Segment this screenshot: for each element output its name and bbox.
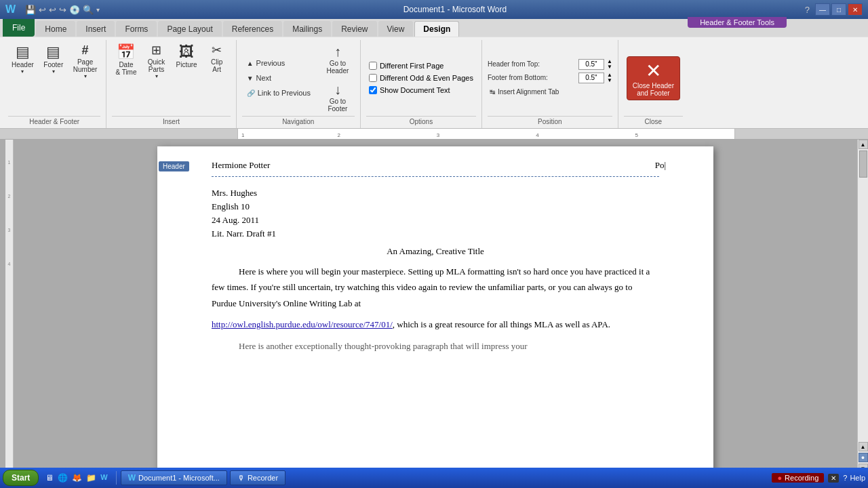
show-document-text-option[interactable]: Show Document Text [366,85,476,95]
next-button[interactable]: ▼ Next [242,72,315,84]
date-time-icon: 📅 [117,43,135,61]
ribbon-group-header-footer: ▤ Header ▾ ▤ Footer ▾ # PageNumber ▾ Hea… [3,40,106,128]
close-recording-btn[interactable]: ✕ [828,474,839,483]
tab-home[interactable]: Home [36,21,75,37]
previous-button[interactable]: ▲ Previous [242,57,315,69]
different-first-page-option[interactable]: Different First Page [366,61,476,70]
firefox-btn[interactable]: 🦊 [71,473,83,483]
taskbar-quick-launch: 🖥 🌐 🦊 📁 W [44,473,108,483]
group-options-label: Options [366,116,476,127]
doc-title[interactable]: An Amazing, Creative Title [212,246,659,257]
start-button[interactable]: Start [3,470,39,486]
assignment-line[interactable]: Lit. Narr. Draft #1 [212,228,659,239]
footer-from-bottom-input[interactable] [578,73,604,83]
clip-art-button[interactable]: ✂ ClipArt [203,41,231,75]
tab-design[interactable]: Design [414,21,459,37]
vertical-ruler: 1 2 3 4 [5,140,14,484]
tab-page-layout[interactable]: Page Layout [158,21,221,37]
different-odd-even-option[interactable]: Different Odd & Even Pages [366,73,476,83]
help-btn[interactable]: ? [805,5,810,15]
document-scroll-area[interactable]: Header Po| Hermione Potter Mrs. Hughes E… [14,140,857,484]
picture-button[interactable]: 🖼 Picture [173,41,201,70]
body-paragraph-2[interactable]: http://owl.english.purdue.edu/owl/resour… [212,317,659,332]
scroll-page-up-btn[interactable]: ▲ [859,442,868,451]
tab-mailings[interactable]: Mailings [283,21,331,37]
go-to-footer-button[interactable]: ↓ Go toFooter [321,79,355,115]
header-author[interactable]: Hermione Potter [212,160,659,171]
body-link[interactable]: http://owl.english.purdue.edu/owl/resour… [212,319,393,329]
taskbar-word-icon: W [128,473,136,483]
show-desktop-btn[interactable]: 🖥 [44,473,55,483]
vertical-scrollbar[interactable]: ▲ ▲ ● ▼ ▼ [857,140,868,484]
taskbar-recorder-item[interactable]: 🎙 Recorder [230,470,285,485]
body-paragraph-1[interactable]: Here is where you will begin your master… [212,264,659,311]
ribbon-content: ▤ Header ▾ ▤ Footer ▾ # PageNumber ▾ Hea… [0,37,868,129]
word-btn[interactable]: W [99,473,108,483]
search-qat-btn[interactable]: 🔍 [83,5,94,15]
disk-qat-btn[interactable]: 💿 [69,5,80,15]
header-label-tag: Header [159,161,189,171]
minimize-button[interactable]: — [815,3,830,16]
next-label: Next [256,74,272,82]
body-paragraph-3[interactable]: Here is another exceptionally thought-pr… [212,338,659,354]
page-number-button[interactable]: # PageNumber ▾ [70,41,101,81]
show-document-text-checkbox[interactable] [369,86,377,94]
class-line[interactable]: English 10 [212,201,659,212]
tab-review[interactable]: Review [332,21,376,37]
undo2-qat-btn[interactable]: ↩ [49,5,56,15]
teacher-line[interactable]: Mrs. Hughes [212,188,659,199]
explorer-btn[interactable]: 📁 [85,473,98,483]
redo-qat-btn[interactable]: ↪ [59,5,66,15]
close-header-footer-button[interactable]: ✕ Close Headerand Footer [627,56,680,100]
tab-file[interactable]: File [3,19,35,37]
time-display: Help [850,474,865,482]
different-odd-even-checkbox[interactable] [369,74,377,82]
taskbar-word-item[interactable]: W Document1 - Microsoft... [121,470,227,485]
recording-indicator[interactable]: ● Recording [772,473,824,483]
ribbon-group-insert: 📅 Date& Time ⊞ QuickParts ▾ 🖼 Picture ✂ … [106,40,236,128]
tab-forms[interactable]: Forms [116,21,157,37]
align-tab-icon: ↹ [490,88,495,96]
header-top-down-btn[interactable]: ▼ [607,64,612,70]
ribbon-group-options: Different First Page Different Odd & Eve… [361,40,482,128]
different-first-page-label: Different First Page [380,62,444,70]
close-window-button[interactable]: ✕ [848,3,863,16]
tab-references[interactable]: References [223,21,282,37]
date-line[interactable]: 24 Aug. 2011 [212,215,659,226]
footer-bottom-down-btn[interactable]: ▼ [607,78,612,83]
dropdown-qat-btn[interactable]: ▾ [96,6,100,14]
align-tab-label: Insert Alignment Tab [498,88,559,96]
maximize-button[interactable]: □ [831,3,846,16]
save-qat-btn[interactable]: 💾 [25,5,36,15]
group-position-label: Position [488,116,612,127]
clip-art-label: ClipArt [211,58,222,73]
previous-label: Previous [256,59,285,67]
group-nav-label: Navigation [242,116,355,127]
undo-qat-btn[interactable]: ↩ [39,5,46,15]
group-hf-label: Header & Footer [8,116,100,127]
previous-icon: ▲ [247,60,254,67]
footer-button[interactable]: ▤ Footer ▾ [40,41,67,77]
go-to-header-button[interactable]: ↑ Go toHeader [321,41,355,77]
header-button[interactable]: ▤ Header ▾ [8,41,37,77]
date-time-button[interactable]: 📅 Date& Time [112,41,140,78]
quick-parts-button[interactable]: ⊞ QuickParts ▾ [143,41,170,81]
scroll-select-browse-btn[interactable]: ● [859,453,868,462]
document-body[interactable]: Mrs. Hughes English 10 24 Aug. 2011 Lit.… [212,188,659,354]
header-divider: Hermione Potter [212,160,659,177]
ie-btn[interactable]: 🌐 [56,473,69,483]
tab-view[interactable]: View [378,21,414,37]
recording-label: Recording [785,474,818,482]
page-number-in-header[interactable]: Po| [655,160,666,171]
scroll-up-arrow[interactable]: ▲ [859,140,868,149]
go-header-label: Go toHeader [327,60,349,75]
ruler: 1 2 3 4 5 [0,129,868,140]
footer-from-bottom-label: Footer from Bottom: [488,74,576,81]
taskbar-right: ● Recording ✕ ? Help [772,473,865,483]
link-to-previous-button[interactable]: 🔗 Link to Previous [242,87,315,99]
header-from-top-input[interactable] [578,59,604,70]
insert-alignment-tab-button[interactable]: ↹ Insert Alignment Tab [488,86,612,98]
scroll-thumb[interactable] [859,150,867,178]
different-first-page-checkbox[interactable] [369,62,377,70]
tab-insert[interactable]: Insert [77,21,115,37]
